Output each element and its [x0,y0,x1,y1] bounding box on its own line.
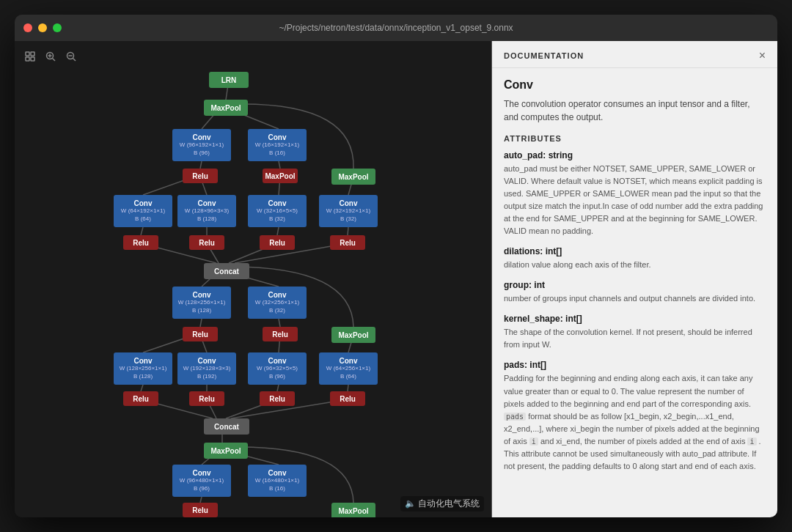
doc-header-title: DOCUMENTATION [504,51,584,60]
graph-connections [15,41,491,517]
node-conv-9[interactable]: Conv W (128×256×1×1)B (128) [114,352,172,385]
node-maxpool-1-label: MaxPool [210,104,241,112]
node-conv-2-sub: W (16×192×1×1)B (16) [255,141,299,157]
svg-line-31 [279,319,280,327]
node-conv-2[interactable]: Conv W (16×192×1×1)B (16) [248,129,307,161]
node-relu-13[interactable]: Relu [183,503,218,517]
doc-header: DOCUMENTATION × [492,41,777,68]
svg-line-38 [277,385,279,391]
node-conv-10[interactable]: Conv W (192×128×3×3)B (192) [177,352,236,385]
zoom-in-button[interactable] [43,48,59,64]
doc-attr-group-name: group: int [504,280,766,290]
svg-line-47 [200,497,202,503]
node-relu-4[interactable]: Relu [189,235,224,250]
svg-line-30 [200,319,202,327]
svg-line-5 [53,59,56,62]
node-conv-11[interactable]: Conv W (96×32×5×5)B (96) [248,352,307,385]
close-button[interactable] [23,23,32,32]
doc-attr-auto-pad-desc: auto_pad must be either NOTSET, SAME_UPP… [504,163,766,237]
node-maxpool-4[interactable]: MaxPool [204,443,248,459]
node-conv-8[interactable]: Conv W (32×256×1×1)B (32) [248,287,307,319]
node-relu-1-label: Relu [192,172,208,180]
svg-line-23 [348,227,348,235]
node-maxpool-3[interactable]: MaxPool [331,327,375,343]
node-concat-1[interactable]: Concat [204,263,249,279]
node-maxpool-5[interactable]: MaxPool [331,503,375,517]
node-conv-13[interactable]: Conv W (96×480×1×1)B (96) [172,465,231,497]
node-conv-5[interactable]: Conv W (32×16×5×5)B (32) [248,195,307,227]
doc-attr-pads: pads: int[] Padding for the beginning an… [504,360,766,472]
node-conv-1-label: Conv [193,133,211,141]
content-area: LRN MaxPool Conv W (96×192×1×1)B (96) Co… [15,41,777,517]
zoom-out-button[interactable] [63,48,79,64]
node-relu-11[interactable]: Relu [260,391,295,406]
doc-attr-kernel-shape-desc: The shape of the convolution kernel. If … [504,326,766,351]
node-relu-6[interactable]: Relu [330,235,365,250]
doc-attr-pads-desc: Padding for the beginning and ending alo… [504,372,766,472]
svg-line-20 [141,227,143,235]
node-conv-3-label: Conv [134,199,153,207]
node-relu-1[interactable]: Relu [183,169,218,183]
svg-rect-3 [31,57,34,61]
graph-panel[interactable]: LRN MaxPool Conv W (96×192×1×1)B (96) Co… [15,41,491,517]
doc-attr-group: group: int number of groups input channe… [504,280,766,305]
node-conv-4-label: Conv [198,199,216,207]
toolbar [22,48,79,64]
node-conv-5-sub: W (32×16×5×5)B (32) [257,207,298,223]
svg-rect-1 [31,52,34,56]
documentation-panel: DOCUMENTATION × Conv The convolution ope… [491,41,777,517]
node-relu-12[interactable]: Relu [330,391,365,406]
node-relu-2-label: MaxPool [265,172,295,180]
node-lrn[interactable]: LRN [209,72,249,88]
window-title: ~/Projects/netron/test/data/onnx/incepti… [279,23,513,33]
doc-attr-kernel-shape: kernel_shape: int[] The shape of the con… [504,314,766,351]
node-conv-6-sub: W (32×192×1×1)B (32) [326,207,370,223]
node-maxpool-1[interactable]: MaxPool [204,100,248,116]
node-conv-7[interactable]: Conv W (128×256×1×1)B (128) [172,287,231,319]
node-relu-2[interactable]: MaxPool [263,169,298,183]
node-conv-12[interactable]: Conv W (64×256×1×1)B (64) [319,352,378,385]
node-conv-1-sub: W (96×192×1×1)B (96) [180,141,224,157]
node-conv-3[interactable]: Conv W (64×192×1×1)B (64) [114,195,172,227]
home-button[interactable] [22,48,38,64]
doc-attr-dilations-desc: dilation value along each axis of the fi… [504,259,766,271]
main-window: ~/Projects/netron/test/data/onnx/incepti… [15,15,777,517]
i-code-2: i [747,437,756,446]
svg-rect-0 [26,52,29,56]
doc-attr-auto-pad-name: auto_pad: string [504,150,766,160]
node-concat-2[interactable]: Concat [204,418,249,435]
minimize-button[interactable] [38,23,47,32]
doc-attributes-title: ATTRIBUTES [504,134,766,143]
maximize-button[interactable] [53,23,62,32]
doc-description: The convolution operator consumes an inp… [504,97,766,124]
node-relu-5[interactable]: Relu [260,235,295,250]
svg-rect-2 [26,57,29,61]
doc-attr-dilations: dilations: int[] dilation value along ea… [504,246,766,271]
node-conv-14[interactable]: Conv W (16×480×1×1)B (16) [248,465,307,497]
node-maxpool-2[interactable]: MaxPool [331,169,375,185]
traffic-lights [23,23,62,32]
svg-line-22 [277,227,279,235]
titlebar: ~/Projects/netron/test/data/onnx/incepti… [15,15,777,41]
node-relu-8[interactable]: Relu [263,327,298,341]
svg-line-36 [141,385,143,391]
doc-close-button[interactable]: × [759,50,766,62]
watermark: 🔈 自动化电气系统 [400,496,484,511]
node-relu-10[interactable]: Relu [189,391,224,406]
node-conv-3-sub: W (64×192×1×1)B (64) [121,207,165,223]
node-maxpool-2-label: MaxPool [338,173,368,181]
node-relu-7[interactable]: Relu [183,327,218,341]
node-relu-3[interactable]: Relu [123,235,158,250]
node-relu-9[interactable]: Relu [123,391,158,406]
node-conv-6[interactable]: Conv W (32×192×1×1)B (32) [319,195,378,227]
doc-attr-dilations-name: dilations: int[] [504,246,766,256]
i-code-1: i [529,437,538,446]
watermark-text: 🔈 自动化电气系统 [405,498,480,509]
node-conv-4-sub: W (128×96×3×3)B (128) [185,207,229,223]
node-conv-1[interactable]: Conv W (96×192×1×1)B (96) [172,129,231,161]
doc-attr-pads-name: pads: int[] [504,360,766,370]
node-conv-5-label: Conv [268,199,287,207]
svg-line-15 [279,161,280,169]
node-conv-4[interactable]: Conv W (128×96×3×3)B (128) [177,195,236,227]
doc-node-name: Conv [504,78,766,92]
